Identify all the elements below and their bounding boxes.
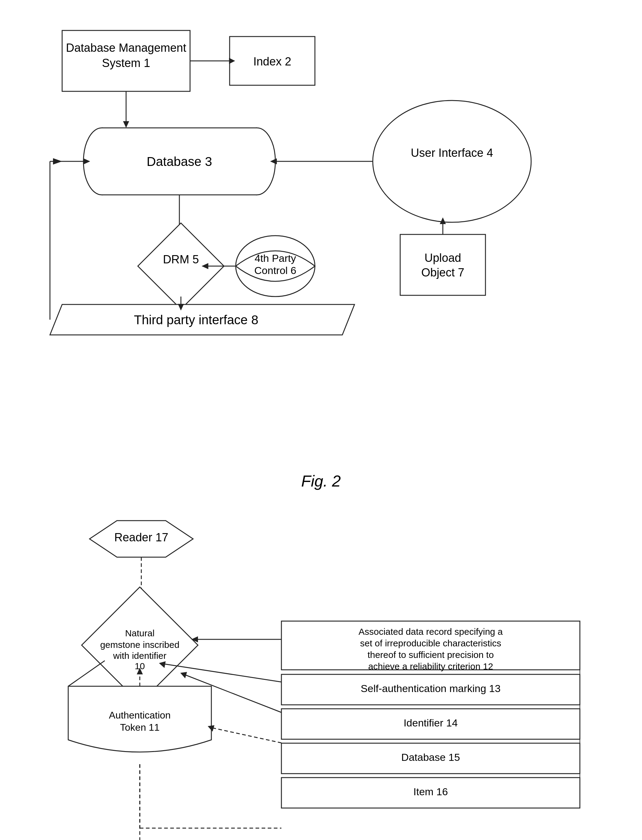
svg-text:Token 11: Token 11 bbox=[120, 722, 160, 733]
svg-text:Item 16: Item 16 bbox=[413, 786, 448, 797]
svg-text:User Interface 4: User Interface 4 bbox=[411, 146, 493, 159]
svg-text:Natural: Natural bbox=[125, 628, 155, 638]
svg-text:Index 2: Index 2 bbox=[253, 55, 292, 68]
fig2-svg: Database Management System 1 Index 2 Dat… bbox=[32, 18, 610, 460]
fig3-area: Reader 17 Natural gemstone inscribed wit… bbox=[32, 508, 610, 840]
svg-text:4th Party: 4th Party bbox=[255, 252, 296, 264]
svg-text:Object 7: Object 7 bbox=[421, 266, 464, 279]
svg-text:achieve a reliability criterio: achieve a reliability criterion 12 bbox=[368, 661, 493, 671]
svg-text:gemstone inscribed: gemstone inscribed bbox=[100, 640, 179, 650]
svg-text:Upload: Upload bbox=[425, 251, 461, 264]
fig2-area: Database Management System 1 Index 2 Dat… bbox=[32, 18, 610, 460]
svg-line-82 bbox=[68, 661, 105, 686]
svg-text:Reader 17: Reader 17 bbox=[114, 531, 168, 544]
svg-point-17 bbox=[373, 100, 531, 222]
svg-rect-30 bbox=[400, 235, 485, 295]
fig2-label: Fig. 2 bbox=[32, 472, 610, 490]
svg-text:with identifier: with identifier bbox=[113, 651, 166, 661]
svg-text:thereof to sufficient precisio: thereof to sufficient precision to bbox=[368, 650, 494, 660]
svg-text:Third party interface 8: Third party interface 8 bbox=[134, 313, 259, 327]
svg-marker-60 bbox=[180, 672, 187, 678]
svg-text:Database 3: Database 3 bbox=[147, 154, 212, 169]
svg-text:Associated data record specify: Associated data record specifying a bbox=[358, 626, 503, 637]
svg-text:Database 15: Database 15 bbox=[401, 751, 460, 763]
svg-text:Identifier 14: Identifier 14 bbox=[404, 717, 458, 728]
svg-marker-8 bbox=[123, 121, 129, 128]
svg-text:DRM 5: DRM 5 bbox=[163, 253, 199, 266]
svg-text:System 1: System 1 bbox=[102, 57, 150, 70]
diagram-container: Database Management System 1 Index 2 Dat… bbox=[32, 18, 610, 840]
fig3-svg: Reader 17 Natural gemstone inscribed wit… bbox=[32, 508, 610, 840]
svg-text:Authentication: Authentication bbox=[109, 710, 171, 721]
svg-text:Self-authentication marking 13: Self-authentication marking 13 bbox=[361, 683, 500, 694]
svg-text:Control 6: Control 6 bbox=[254, 265, 296, 276]
svg-text:Database Management: Database Management bbox=[66, 41, 186, 54]
svg-text:set of irreproducible characte: set of irreproducible characteristics bbox=[360, 638, 501, 648]
svg-line-61 bbox=[211, 728, 281, 743]
